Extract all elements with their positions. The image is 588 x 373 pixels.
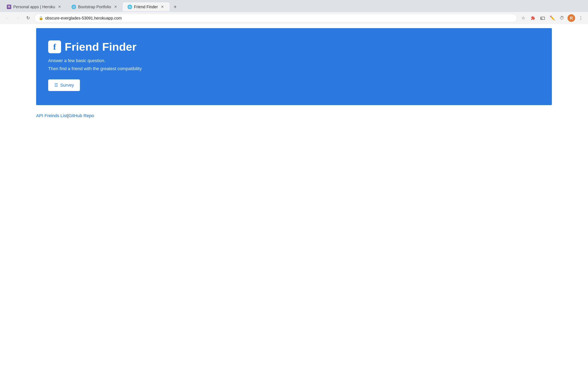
- bookmark-icon[interactable]: ☆: [519, 14, 527, 22]
- tab-bar: H Personal apps | Heroku ✕ 🌐 Bootstrap P…: [0, 0, 588, 12]
- toolbar-icons: ☆ ✏️ ⏱ R ⋮: [519, 14, 585, 22]
- tab-friend-finder-label: Friend Finder: [134, 5, 158, 9]
- tab-friend-finder[interactable]: 🌐 Friend Finder ✕: [123, 2, 169, 11]
- extensions-icon[interactable]: [529, 14, 537, 22]
- page-content: f Friend Finder Answer a few basic quest…: [0, 24, 588, 118]
- facebook-icon: f: [48, 40, 61, 53]
- bootstrap-favicon: 🌐: [72, 5, 76, 9]
- browser-chrome: H Personal apps | Heroku ✕ 🌐 Bootstrap P…: [0, 0, 588, 24]
- address-bar-row: ← → ↻ 🔒 obscure-everglades-53091.herokua…: [0, 12, 588, 24]
- api-friends-link[interactable]: API Freinds List: [36, 113, 67, 118]
- tab-friend-finder-close[interactable]: ✕: [160, 4, 165, 9]
- hero-subtitle2: Then find a friend with the greatest com…: [48, 66, 540, 71]
- heroku-favicon: H: [7, 5, 11, 9]
- survey-button[interactable]: ☰ Survey: [48, 79, 80, 91]
- menu-button[interactable]: ⋮: [577, 14, 585, 22]
- survey-button-label: Survey: [60, 83, 74, 88]
- tab-bootstrap-label: Bootstrap Portfolio: [78, 5, 111, 9]
- address-text: obscure-everglades-53091.herokuapp.com: [45, 16, 513, 21]
- hero-subtitle1: Answer a few basic question.: [48, 58, 540, 63]
- friend-finder-favicon: 🌐: [127, 5, 132, 9]
- forward-button[interactable]: →: [14, 14, 22, 22]
- tab-bootstrap-close[interactable]: ✕: [113, 4, 118, 9]
- back-button[interactable]: ←: [3, 14, 11, 22]
- tab-bootstrap[interactable]: 🌐 Bootstrap Portfolio ✕: [67, 2, 123, 11]
- links-row: API Freinds List | GitHub Repo: [36, 111, 552, 118]
- hero-section: f Friend Finder Answer a few basic quest…: [36, 28, 552, 105]
- list-icon: ☰: [54, 83, 58, 88]
- timer-icon[interactable]: ⏱: [558, 14, 566, 22]
- cast-icon[interactable]: [539, 14, 547, 22]
- tab-heroku[interactable]: H Personal apps | Heroku ✕: [2, 2, 67, 11]
- svg-point-1: [541, 19, 541, 20]
- hero-title: f Friend Finder: [48, 40, 540, 53]
- hero-title-text: Friend Finder: [65, 40, 136, 53]
- profile-avatar[interactable]: R: [567, 14, 575, 22]
- new-tab-button[interactable]: +: [171, 2, 179, 11]
- svg-rect-0: [541, 17, 545, 20]
- pen-icon[interactable]: ✏️: [548, 14, 556, 22]
- tab-heroku-close[interactable]: ✕: [57, 4, 62, 9]
- github-repo-link[interactable]: GitHub Repo: [68, 113, 94, 118]
- tab-heroku-label: Personal apps | Heroku: [13, 5, 55, 9]
- address-bar[interactable]: 🔒 obscure-everglades-53091.herokuapp.com: [34, 14, 517, 22]
- lock-icon: 🔒: [39, 16, 43, 20]
- refresh-button[interactable]: ↻: [24, 14, 32, 22]
